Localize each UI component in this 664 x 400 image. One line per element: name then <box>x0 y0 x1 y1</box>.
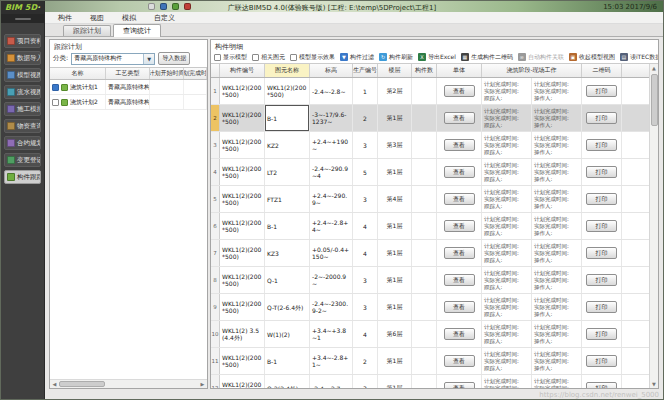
cell-floor[interactable]: 第1层 <box>378 375 412 388</box>
cell-element-name[interactable]: KZ2 <box>265 132 310 158</box>
col-count[interactable]: 构件数 <box>412 64 437 77</box>
cell-production-no[interactable]: 3 <box>353 267 378 293</box>
cell-plan-stage[interactable]: 计划完成时间: 实际完成时间: 跟踪人: <box>482 213 532 239</box>
sidebar-item[interactable]: 流水视图 <box>4 85 41 99</box>
sidebar-item[interactable]: 数据导入 <box>4 51 41 65</box>
cell-element-name[interactable]: Q-2(2.4外) <box>265 375 310 388</box>
cell-count[interactable] <box>412 132 437 158</box>
menu-item[interactable]: 自定义 <box>145 13 184 23</box>
cell-production-no[interactable]: 3 <box>353 294 378 320</box>
cell-floor[interactable]: 第1层 <box>378 105 412 131</box>
plan-checkbox-icon[interactable] <box>52 99 59 106</box>
cell-elevation[interactable]: +3.4~+3.8~1 <box>310 321 353 347</box>
view-button[interactable]: 查看 <box>444 247 475 259</box>
table-row[interactable]: 12 WKL1(2)(200*500) 2.4外 Q-2(2.4外) -2.4~… <box>211 375 649 388</box>
cell-component-id[interactable]: WKL1(2)(200*500) <box>220 159 265 185</box>
horizontal-scrollbar[interactable]: ◀ ▶ <box>50 379 207 388</box>
cell-actual-stage[interactable]: 计划完成时间: 实际完成时间: 操作人: <box>532 375 582 388</box>
table-row[interactable]: 9 WKL1(2)(200*500) Q-T(2-6.4外) -2.4~-230… <box>211 294 649 321</box>
view-button[interactable]: 查看 <box>444 139 475 151</box>
col-elevation[interactable]: 标高 <box>310 64 353 77</box>
menu-item[interactable]: 构件 <box>49 13 81 23</box>
plan-row[interactable]: 浇筑计划1 青藏高原特殊构件 <box>50 80 207 95</box>
show-model-checkbox[interactable]: 显示模型 <box>214 53 247 62</box>
print-button[interactable]: 打印 <box>586 85 617 97</box>
view-button[interactable]: 查看 <box>444 112 475 124</box>
cell-floor[interactable]: 第1层 <box>378 213 412 239</box>
import-data-button[interactable]: 导入数据 <box>158 52 190 65</box>
table-row[interactable]: 6 WKL1(2)(200*500) B-1 +2.4~-2.8+4~ 4 第1… <box>211 213 649 240</box>
view-button[interactable]: 查看 <box>444 85 475 97</box>
cell-elevation[interactable]: -2.4~-2.8~ <box>310 78 353 104</box>
cell-component-id[interactable]: WKL1(2)(200*500) 2.4外 <box>220 375 265 388</box>
cell-count[interactable] <box>412 321 437 347</box>
scroll-right-icon[interactable]: ▶ <box>198 381 207 387</box>
cell-count[interactable] <box>412 105 437 131</box>
view-button[interactable]: 查看 <box>444 301 475 313</box>
cell-production-no[interactable]: 2 <box>353 348 378 374</box>
model-display-effect-checkbox[interactable]: 模型显示效果 <box>290 53 335 62</box>
view-button[interactable]: 查看 <box>444 193 475 205</box>
generate-qrcode-button[interactable]: ▦生成构件二维码 <box>461 53 513 62</box>
cell-elevation[interactable]: -3~-17/9.6-1237~ <box>310 105 353 131</box>
view-button[interactable]: 查看 <box>444 220 475 232</box>
cell-elevation[interactable]: -2~-2000.9~ <box>310 267 353 293</box>
plan-type-select[interactable]: 青藏高原特殊构件 ▼ <box>71 53 155 65</box>
cell-element-name[interactable]: W(1)(2) <box>265 321 310 347</box>
auto-link-button[interactable]: ∞自动构件关联 <box>518 53 564 62</box>
cell-actual-stage[interactable]: 计划完成时间: 实际完成时间: 操作人: <box>532 132 582 158</box>
view-button[interactable]: 查看 <box>444 355 475 367</box>
component-filter-button[interactable]: ▼构件过滤 <box>340 53 374 62</box>
scroll-down-icon[interactable]: ▼ <box>652 380 656 388</box>
cell-component-id[interactable]: WKL1(2)(200*500) <box>220 348 265 374</box>
print-button[interactable]: 打印 <box>586 328 617 340</box>
cell-plan-stage[interactable]: 计划完成时间: 实际完成时间: 跟踪人: <box>482 240 532 266</box>
cell-plan-stage[interactable]: 计划完成时间: 实际完成时间: 跟踪人: <box>482 267 532 293</box>
scroll-up-icon[interactable]: ▲ <box>652 64 656 72</box>
export-excel-button[interactable]: X导出Excel <box>418 53 456 62</box>
table-row[interactable]: 10 WKL1(2) 3.5(4.4外) W(1)(2) +3.4~+3.8~1… <box>211 321 649 348</box>
cell-component-id[interactable]: WKL1(2)(200*500) <box>220 294 265 320</box>
table-row[interactable]: 1 WKL1(2)(200*500) WKL1(2)(200*500) -2.4… <box>211 78 649 105</box>
col-production-no[interactable]: 生产编号 <box>353 64 378 77</box>
view-button[interactable]: 查看 <box>444 166 475 178</box>
cell-production-no[interactable]: 3 <box>353 375 378 388</box>
plan-col-name[interactable]: 名称 <box>50 68 106 79</box>
print-button[interactable]: 打印 <box>586 112 617 124</box>
cell-element-name[interactable]: B-1 <box>265 213 310 239</box>
col-element-name[interactable]: 图元名称 <box>265 64 310 77</box>
print-button[interactable]: 打印 <box>586 139 617 151</box>
cell-elevation[interactable]: -2.4~-2.7~ <box>310 375 353 388</box>
cell-count[interactable] <box>412 240 437 266</box>
cell-elevation[interactable]: -2.4~-2300.9-2~ <box>310 294 353 320</box>
cell-plan-stage[interactable]: 计划完成时间: 实际完成时间: 跟踪人: <box>482 294 532 320</box>
print-button[interactable]: 打印 <box>586 247 617 259</box>
menu-item[interactable]: 模拟 <box>113 13 145 23</box>
cell-plan-stage[interactable]: 计划完成时间: 实际完成时间: 跟踪人: <box>482 321 532 347</box>
app-menu-icon[interactable] <box>148 3 155 10</box>
cell-actual-stage[interactable]: 计划完成时间: 实际完成时间: 操作人: <box>532 267 582 293</box>
cell-elevation[interactable]: +2.4~-2.8+4~ <box>310 213 353 239</box>
col-unit[interactable]: 单体 <box>437 64 482 77</box>
cell-production-no[interactable]: 4 <box>353 213 378 239</box>
cell-actual-stage[interactable]: 计划完成时间: 实际完成时间: 操作人: <box>532 348 582 374</box>
cell-component-id[interactable]: WKL1(2)(200*500) <box>220 132 265 158</box>
table-row[interactable]: 2 WKL1(2)(200*500) B-1 -3~-17/9.6-1237~ … <box>211 105 649 132</box>
table-row[interactable]: 11 WKL1(2)(200*500) B-1 +3.4~-2.8+1~ 2 第… <box>211 348 649 375</box>
cell-plan-stage[interactable]: 计划完成时间: 实际完成时间: 跟踪人: <box>482 186 532 212</box>
print-button[interactable]: 打印 <box>586 220 617 232</box>
cell-component-id[interactable]: WKL1(2)(200*500) <box>220 240 265 266</box>
print-button[interactable]: 打印 <box>586 355 617 367</box>
sidebar-item[interactable]: 项目资料 <box>4 34 41 48</box>
plan-row[interactable]: 浇筑计划2 青藏高原特殊构件 <box>50 95 207 110</box>
cell-elevation[interactable]: +2.4~+190~ <box>310 132 353 158</box>
cell-plan-stage[interactable]: 计划完成时间: 实际完成时间: 跟踪人: <box>482 348 532 374</box>
cell-count[interactable] <box>412 186 437 212</box>
print-button[interactable]: 打印 <box>586 301 617 313</box>
cell-element-name[interactable]: LT2 <box>265 159 310 185</box>
related-elements-checkbox[interactable]: 相关图元 <box>252 53 285 62</box>
view-button[interactable]: 查看 <box>444 382 475 388</box>
sidebar-item[interactable]: 模型视图 <box>4 68 41 82</box>
cell-element-name[interactable]: Q-1 <box>265 267 310 293</box>
cell-actual-stage[interactable]: 计划完成时间: 实际完成时间: 操作人: <box>532 294 582 320</box>
